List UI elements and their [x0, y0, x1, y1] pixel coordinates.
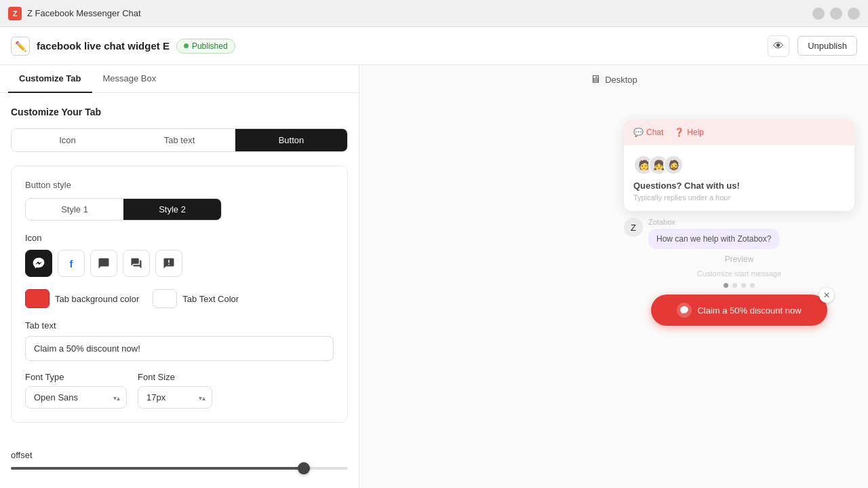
preview-label: Preview: [624, 255, 854, 264]
tab-text-color-label: Tab Text Color: [182, 294, 239, 304]
preview-button[interactable]: 👁: [768, 35, 789, 57]
window-controls[interactable]: [812, 7, 860, 20]
chat-reply-time: Typically replies under a hour: [633, 193, 845, 202]
bot-avatar: Z: [624, 218, 643, 237]
font-type-group: Font Type Open Sans Arial Roboto Lato ▾▴: [25, 372, 127, 409]
widget-name: facebook live chat widget E: [37, 40, 170, 52]
card-section: Button style Style 1 Style 2 Icon f: [11, 166, 348, 423]
tab-bg-color-label: Tab background color: [55, 294, 139, 304]
header: ✏️ facebook live chat widget E Published…: [0, 27, 868, 65]
chat-headline: Questions? Chat with us!: [633, 181, 845, 191]
tab-type-button[interactable]: Button: [235, 129, 347, 151]
bot-name: Zotabox: [648, 218, 779, 226]
bot-message-block: Z Zotabox How can we help with Zotabox?: [624, 218, 854, 249]
tab-type-text[interactable]: Tab text: [123, 129, 235, 151]
font-size-group: Font Size 14px 15px 16px 17px 18px ▾▴: [138, 372, 212, 409]
offset-label: offset: [11, 450, 348, 460]
chat-body: 🧑 👧 🧔 Questions? Chat with us! Typically…: [624, 145, 854, 211]
close-button[interactable]: ✕: [819, 288, 834, 303]
chat-popup-header: 💬 Chat ❓ Help: [624, 119, 854, 145]
font-size-select[interactable]: 14px 15px 16px 17px 18px: [138, 386, 212, 409]
claim-text: Claim a 50% discount now: [697, 305, 801, 316]
edit-icon[interactable]: ✏️: [11, 37, 30, 56]
support-text: Customize start message: [624, 269, 854, 278]
desktop-label: Desktop: [605, 75, 637, 85]
preview-toolbar: 🖥 Desktop: [359, 65, 868, 94]
font-type-select-wrapper: Open Sans Arial Roboto Lato ▾▴: [25, 386, 127, 409]
tab-type-icon[interactable]: Icon: [12, 129, 123, 151]
tab-message-box[interactable]: Message Box: [92, 65, 167, 93]
font-size-label: Font Size: [138, 372, 212, 382]
maximize-icon[interactable]: [830, 7, 842, 20]
offset-slider-fill: [11, 467, 304, 470]
icon-messenger[interactable]: [25, 250, 52, 277]
style-1-button[interactable]: Style 1: [26, 199, 123, 220]
text-color-item: Tab Text Color: [153, 289, 239, 308]
tab-text-label: Tab text: [25, 320, 334, 331]
font-type-label: Font Type: [25, 372, 127, 382]
minimize-icon[interactable]: [812, 7, 825, 20]
titlebar: Z Z Facebook Messenger Chat: [0, 0, 868, 27]
pagination-dots: [624, 283, 854, 288]
chat-popup: 💬 Chat ❓ Help 🧑 👧 🧔 Questions? Chat with: [624, 119, 854, 211]
section-title: Customize Your Tab: [11, 107, 348, 117]
tab-bg-color-swatch[interactable]: [25, 289, 50, 308]
style-2-button[interactable]: Style 2: [123, 199, 221, 220]
button-style-label: Button style: [25, 180, 334, 190]
color-row: Tab background color Tab Text Color: [25, 289, 334, 308]
avatar-3: 🧔: [663, 155, 684, 175]
status-dot: [184, 43, 189, 48]
offset-slider-thumb[interactable]: [298, 462, 310, 474]
panel-content: Customize Your Tab Icon Tab text Button …: [0, 93, 359, 442]
widget-preview: 💬 Chat ❓ Help 🧑 👧 🧔 Questions? Chat with: [624, 119, 854, 326]
header-right: 👁 Unpublish: [768, 35, 857, 57]
font-type-select[interactable]: Open Sans Arial Roboto Lato: [25, 386, 127, 409]
icon-chat1[interactable]: [90, 250, 117, 277]
dot-3: [741, 283, 746, 288]
status-label: Published: [192, 41, 228, 51]
tab-text-input[interactable]: [25, 336, 334, 361]
desktop-icon: 🖥: [590, 73, 601, 86]
chat-bubble-icon: 💬: [633, 128, 644, 137]
dot-4: [750, 283, 755, 288]
claim-button[interactable]: Claim a 50% discount now ✕: [651, 295, 827, 326]
right-panel: 🖥 Desktop 💬 Chat ❓ Help: [359, 65, 868, 488]
dot-1: [724, 283, 728, 288]
offset-slider-track: [11, 467, 348, 470]
panel-tabs: Customize Tab Message Box: [0, 65, 359, 93]
unpublish-button[interactable]: Unpublish: [797, 36, 857, 56]
close-icon[interactable]: [848, 7, 860, 20]
icon-facebook[interactable]: f: [58, 250, 85, 277]
chat-avatars: 🧑 👧 🧔: [633, 155, 845, 175]
font-size-select-wrapper: 14px 15px 16px 17px 18px ▾▴: [138, 386, 212, 409]
claim-messenger-icon: [677, 303, 692, 318]
offset-section: offset: [0, 442, 359, 470]
icon-chat2[interactable]: [123, 250, 150, 277]
app-icon: Z: [8, 7, 22, 20]
icon-chat3[interactable]: [155, 250, 182, 277]
left-panel: Customize Tab Message Box Customize Your…: [0, 65, 359, 488]
icon-row: f: [25, 250, 334, 277]
tab-type-toggle: Icon Tab text Button: [11, 128, 348, 152]
font-row: Font Type Open Sans Arial Roboto Lato ▾▴: [25, 372, 334, 409]
bg-color-item: Tab background color: [25, 289, 139, 308]
tab-customize-tab[interactable]: Customize Tab: [8, 65, 92, 93]
help-icon: ❓: [674, 128, 684, 137]
bot-bubble: How can we help with Zotabox?: [648, 229, 779, 249]
dot-2: [732, 283, 737, 288]
chat-option-help[interactable]: ❓ Help: [674, 128, 704, 137]
published-badge: Published: [176, 39, 235, 54]
icon-label: Icon: [25, 233, 334, 243]
main-layout: Customize Tab Message Box Customize Your…: [0, 65, 868, 488]
style-toggle: Style 1 Style 2: [25, 198, 222, 221]
chat-option-chat[interactable]: 💬 Chat: [633, 128, 663, 137]
tab-text-color-swatch[interactable]: [153, 289, 177, 308]
app-title: Z Facebook Messenger Chat: [27, 8, 141, 18]
